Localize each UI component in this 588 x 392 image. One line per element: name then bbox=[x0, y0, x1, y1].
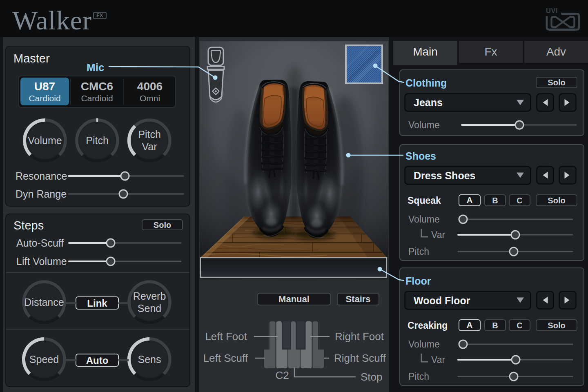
svg-text:Var: Var bbox=[431, 229, 445, 240]
svg-text:Volume: Volume bbox=[408, 120, 440, 130]
svg-text:Sens: Sens bbox=[138, 354, 161, 365]
svg-text:Var: Var bbox=[431, 354, 445, 365]
svg-text:Distance: Distance bbox=[24, 296, 64, 308]
svg-text:Lift Volume: Lift Volume bbox=[16, 256, 67, 267]
svg-text:Auto-Scuff: Auto-Scuff bbox=[16, 237, 64, 249]
svg-text:Pitch: Pitch bbox=[408, 371, 429, 382]
svg-text:Send: Send bbox=[138, 303, 161, 314]
svg-text:Pitch: Pitch bbox=[408, 246, 429, 257]
svg-text:Pitch: Pitch bbox=[138, 129, 161, 140]
svg-text:C2: C2 bbox=[275, 369, 289, 381]
svg-text:Resonance: Resonance bbox=[16, 170, 67, 182]
svg-text:Volume: Volume bbox=[28, 135, 62, 146]
svg-text:Speed: Speed bbox=[29, 354, 59, 365]
svg-text:Volume: Volume bbox=[408, 214, 440, 225]
svg-text:UVI: UVI bbox=[546, 7, 558, 14]
svg-text:Var: Var bbox=[142, 141, 157, 152]
svg-text:Right Scuff: Right Scuff bbox=[334, 352, 386, 364]
svg-text:Reverb: Reverb bbox=[133, 290, 166, 302]
svg-text:Right Foot: Right Foot bbox=[335, 330, 384, 343]
svg-text:Left Foot: Left Foot bbox=[205, 330, 247, 343]
svg-text:Left Scuff: Left Scuff bbox=[203, 352, 248, 364]
svg-text:Volume: Volume bbox=[408, 339, 440, 350]
svg-text:Stop: Stop bbox=[361, 371, 383, 383]
svg-text:Dyn Range: Dyn Range bbox=[16, 188, 67, 200]
svg-text:Pitch: Pitch bbox=[86, 135, 109, 146]
